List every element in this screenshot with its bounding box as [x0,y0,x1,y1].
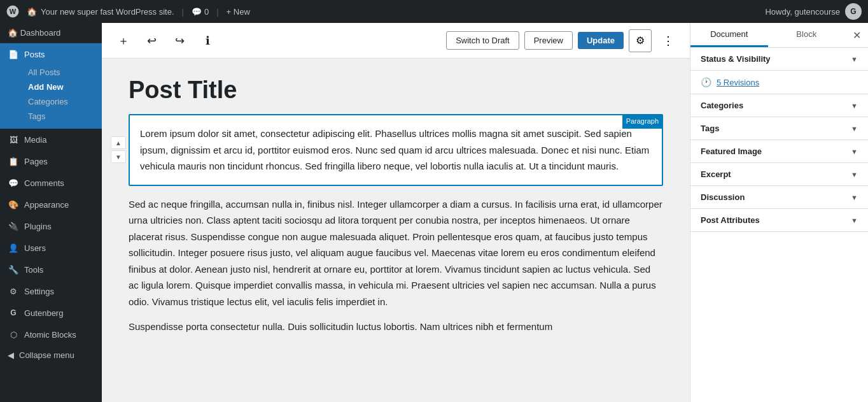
settings-label: Settings [24,287,54,296]
sidebar-child-all-posts[interactable]: All Posts [8,65,94,80]
featured-image-header[interactable]: Featured Image ▼ [690,140,868,162]
sidebar-child-add-new[interactable]: Add New [8,80,94,94]
posts-children: All Posts Add New Categories Tags [8,65,94,124]
admin-bar-site[interactable]: 🏠 Your new super fast WordPress site. [27,7,174,17]
sidebar-item-settings[interactable]: ⚙ Settings [0,280,102,302]
howdy-label: Howdy, gutencourse [765,7,840,17]
editor-toolbar: ＋ ↩ ↪ ℹ Switch to Draft Preview Update [102,23,690,59]
featured-image-label: Featured Image [701,147,762,156]
collapse-menu-button[interactable]: ◀ Collapse menu [0,345,102,365]
post-title[interactable]: Post Title [129,71,663,114]
post-attributes-label: Post Attributes [701,215,760,225]
sidebar-item-users[interactable]: 👤 Users [0,237,102,259]
block-paragraph[interactable]: ▲ ▼ Paragraph Lorem ipsum dolor sit amet… [129,114,663,186]
excerpt-header[interactable]: Excerpt ▼ [690,163,868,185]
comments-label: Comments [24,178,64,188]
close-panel-button[interactable]: ✕ [845,24,868,47]
editor-inner: Post Title ▲ ▼ Paragraph Lorem ipsum dol… [129,71,663,389]
move-up-button[interactable]: ▲ [111,136,126,149]
appearance-icon: 🎨 [8,199,19,210]
avatar[interactable]: G [845,3,862,20]
appearance-label: Appearance [24,200,69,210]
editor-area: ＋ ↩ ↪ ℹ Switch to Draft Preview Update [102,23,690,402]
comments-link[interactable]: 💬 0 [192,7,209,17]
ellipsis-vertical-icon: ⋮ [662,34,674,48]
settings-toggle-button[interactable]: ⚙ [629,29,652,52]
tools-icon: 🔧 [8,264,19,275]
gutenberg-icon: G [8,307,19,319]
sidebar-child-tags[interactable]: Tags [8,109,94,124]
sidebar-item-pages[interactable]: 📋 Pages [0,150,102,172]
pages-icon: 📋 [8,155,19,167]
gear-icon: ⚙ [636,34,645,47]
sidebar-item-appearance[interactable]: 🎨 Appearance [0,194,102,215]
sidebar-item-media[interactable]: 🖼 Media [0,129,102,150]
status-visibility-label: Status & Visibility [701,54,771,64]
new-link[interactable]: + New [227,7,250,17]
clock-icon: 🕐 [701,77,711,87]
users-icon: 👤 [8,242,19,254]
section-status-visibility: Status & Visibility ▼ [690,48,868,71]
paragraph-text[interactable]: Lorem ipsum dolor sit amet, consectetur … [140,126,652,175]
tab-document[interactable]: Document [690,23,768,47]
site-name: Your new super fast WordPress site. [41,7,174,17]
categories-label: Categories [701,101,743,110]
tools-label: Tools [24,265,43,275]
post-attributes-header[interactable]: Post Attributes ▼ [690,209,868,231]
sidebar-item-posts[interactable]: 📄 Posts All Posts Add New Categories Tag… [0,43,102,129]
toolbar-right: Switch to Draft Preview Update ⚙ ⋮ [446,29,680,52]
sidebar-item-atomic-blocks[interactable]: ⬡ Atomic Blocks [0,324,102,345]
section-post-attributes: Post Attributes ▼ [690,209,868,232]
update-button[interactable]: Update [578,32,624,49]
discussion-header[interactable]: Discussion ▼ [690,186,868,208]
sidebar-item-comments[interactable]: 💬 Comments [0,172,102,194]
media-icon: 🖼 [8,134,19,145]
body-text-block: Sed ac neque fringilla, accumsan nulla i… [129,196,663,335]
undo-button[interactable]: ↩ [140,29,163,52]
sidebar-item-gutenberg[interactable]: G Gutenberg [0,302,102,324]
switch-to-draft-button[interactable]: Switch to Draft [446,31,519,50]
users-label: Users [24,243,46,253]
tags-chevron: ▼ [851,125,858,133]
wp-logo-icon[interactable]: W [6,5,19,18]
admin-bar: W 🏠 Your new super fast WordPress site. … [0,0,868,23]
redo-button[interactable]: ↪ [168,29,191,52]
media-label: Media [24,135,46,145]
separator2: | [216,7,218,17]
section-excerpt: Excerpt ▼ [690,163,868,186]
dashboard-label: Dashboard [20,28,61,38]
collapse-icon: ◀ [8,350,14,360]
status-visibility-header[interactable]: Status & Visibility ▼ [690,48,868,70]
close-icon: ✕ [853,29,861,41]
sidebar-child-categories[interactable]: Categories [8,94,94,109]
featured-image-chevron: ▼ [851,148,858,155]
tags-label: Tags [701,124,719,133]
discussion-chevron: ▼ [851,194,858,201]
section-discussion: Discussion ▼ [690,186,868,209]
info-icon: ℹ [206,34,210,48]
excerpt-label: Excerpt [701,169,731,179]
new-label: + New [227,7,250,17]
section-categories: Categories ▼ [690,94,868,117]
sidebar-item-plugins[interactable]: 🔌 Plugins [0,215,102,237]
tab-block[interactable]: Block [768,23,846,47]
tags-header[interactable]: Tags ▼ [690,117,868,140]
preview-button[interactable]: Preview [524,31,573,50]
sidebar-item-tools[interactable]: 🔧 Tools [0,259,102,280]
more-options-button[interactable]: ⋮ [657,29,680,52]
paragraph-block-label: Paragraph [622,115,662,129]
revisions-link[interactable]: 5 Revisions [717,78,759,87]
move-down-button[interactable]: ▼ [111,150,126,163]
switch-draft-label: Switch to Draft [456,36,510,45]
add-block-button[interactable]: ＋ [112,29,135,52]
separator: | [182,7,184,17]
right-panel: Document Block ✕ Status & Visibility ▼ 🕐… [690,23,868,402]
section-featured-image: Featured Image ▼ [690,140,868,163]
sidebar-item-dashboard[interactable]: 🏠 Dashboard [0,23,102,43]
tab-document-label: Document [710,29,748,39]
info-button[interactable]: ℹ [196,29,219,52]
categories-header[interactable]: Categories ▼ [690,94,868,117]
posts-icon: 📄 [8,48,19,60]
gutenberg-label: Gutenberg [24,308,63,318]
revisions-row[interactable]: 🕐 5 Revisions [690,71,868,94]
